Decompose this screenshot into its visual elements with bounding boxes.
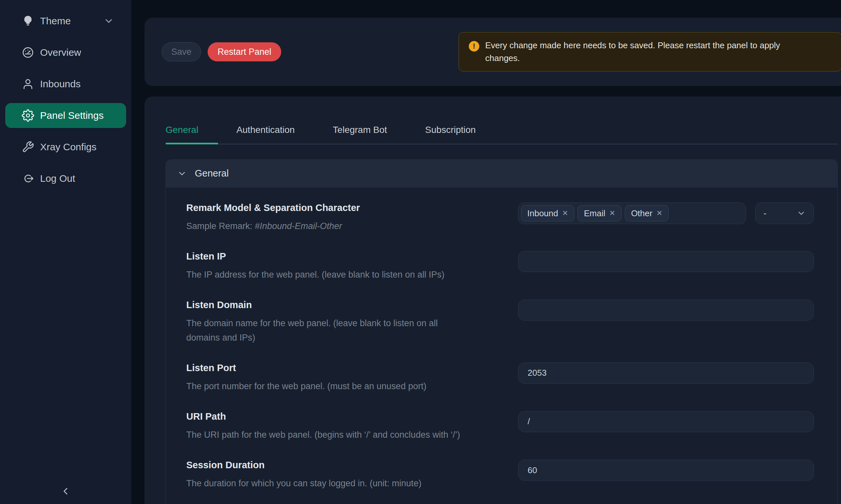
- gear-icon: [22, 109, 34, 122]
- tag-label: Email: [584, 209, 605, 218]
- toolbar-buttons: Save Restart Panel: [161, 42, 281, 61]
- tab-subscription[interactable]: Subscription: [425, 125, 476, 135]
- tag-chip-other: Other✕: [625, 205, 669, 221]
- field-info-uri-path: URI PathThe URI path for the web panel. …: [186, 411, 518, 442]
- field-label: Listen IP: [186, 251, 495, 262]
- uri-path-input[interactable]: [518, 411, 814, 432]
- field-row-session-duration: Session DurationThe duration for which y…: [186, 460, 814, 490]
- field-description: The domain name for the web panel. (leav…: [186, 316, 495, 344]
- sidebar-item-label: Theme: [40, 15, 71, 26]
- tab-general[interactable]: General: [166, 125, 199, 135]
- tab-authentication[interactable]: Authentication: [237, 125, 295, 135]
- general-section-body: Remark Model & Separation CharacterSampl…: [166, 187, 837, 504]
- dashboard-icon: [22, 46, 34, 59]
- section-title: General: [195, 168, 229, 179]
- settings-card: GeneralAuthenticationTelegram BotSubscri…: [144, 96, 841, 504]
- field-info-listen-ip: Listen IPThe IP address for the web pane…: [186, 251, 518, 282]
- sidebar-item-inbounds[interactable]: Inbounds: [0, 72, 132, 96]
- field-description: The IP address for the web panel. (leave…: [186, 268, 495, 282]
- user-icon: [22, 78, 34, 90]
- main-content: Save Restart Panel ! Every change made h…: [132, 0, 841, 504]
- separator-selected-value: -: [763, 209, 767, 218]
- active-tab-indicator: [166, 143, 218, 144]
- sidebar-item-panel-settings[interactable]: Panel Settings: [5, 103, 126, 128]
- chevron-down-icon: [178, 169, 186, 178]
- listen-ip-input[interactable]: [518, 251, 814, 272]
- tag-label: Other: [631, 209, 652, 218]
- chevron-down-icon: [104, 16, 114, 26]
- remark-model-multiselect[interactable]: Inbound✕Email✕Other✕: [518, 202, 746, 224]
- sidebar-item-theme[interactable]: Theme: [0, 8, 132, 34]
- tag-remove-icon[interactable]: ✕: [562, 210, 568, 217]
- chevron-left-icon: [60, 493, 71, 498]
- field-row-uri-path: URI PathThe URI path for the web panel. …: [186, 411, 814, 442]
- field-control-session-duration: [518, 460, 814, 490]
- logout-icon: [22, 172, 34, 185]
- field-description: The duration for which you can stay logg…: [186, 476, 495, 490]
- sidebar-item-xray-configs[interactable]: Xray Configs: [0, 134, 132, 160]
- field-description: The port number for the web panel. (must…: [186, 379, 495, 393]
- field-info-listen-port: Listen PortThe port number for the web p…: [186, 363, 518, 393]
- field-row-remark-model-separation-character: Remark Model & Separation CharacterSampl…: [186, 202, 814, 233]
- field-info-listen-domain: Listen DomainThe domain name for the web…: [186, 300, 518, 344]
- tab-telegram-bot[interactable]: Telegram Bot: [333, 125, 387, 135]
- warning-icon: !: [469, 41, 479, 52]
- field-description: The URI path for the web panel. (begins …: [186, 428, 495, 442]
- field-control-listen-port: [518, 363, 814, 393]
- field-control-listen-domain: [518, 300, 814, 344]
- listen-domain-input[interactable]: [518, 300, 814, 321]
- sidebar-collapse-button[interactable]: [58, 484, 73, 499]
- field-row-listen-ip: Listen IPThe IP address for the web pane…: [186, 251, 814, 282]
- sidebar-item-label: Panel Settings: [40, 110, 103, 121]
- wrench-icon: [22, 141, 34, 153]
- restart-warning-alert: ! Every change made here needs to be sav…: [459, 32, 841, 72]
- field-info-remark-model-separation-character: Remark Model & Separation CharacterSampl…: [186, 202, 518, 233]
- tag-remove-icon[interactable]: ✕: [656, 210, 662, 217]
- sidebar-item-log-out[interactable]: Log Out: [0, 166, 132, 191]
- tag-chip-inbound: Inbound✕: [521, 205, 574, 221]
- field-label: URI Path: [186, 411, 495, 422]
- tag-chip-email: Email✕: [578, 205, 621, 221]
- field-info-session-duration: Session DurationThe duration for which y…: [186, 460, 518, 490]
- sidebar-item-label: Inbounds: [40, 78, 81, 90]
- separator-select[interactable]: -: [755, 202, 814, 224]
- listen-port-input[interactable]: [518, 363, 814, 383]
- sidebar-item-label: Overview: [40, 47, 81, 58]
- field-label: Remark Model & Separation Character: [186, 202, 495, 213]
- alert-text: Every change made here needs to be saved…: [485, 39, 801, 65]
- tag-remove-icon[interactable]: ✕: [609, 210, 615, 217]
- save-button[interactable]: Save: [161, 42, 201, 61]
- field-control-remark-model-separation-character: Inbound✕Email✕Other✕-: [518, 202, 814, 233]
- sidebar-item-overview[interactable]: Overview: [0, 40, 132, 65]
- sidebar-item-label: Log Out: [40, 173, 75, 184]
- toolbar-card: Save Restart Panel ! Every change made h…: [144, 18, 841, 86]
- field-row-listen-domain: Listen DomainThe domain name for the web…: [186, 300, 814, 344]
- restart-panel-button[interactable]: Restart Panel: [208, 42, 281, 61]
- field-label: Session Duration: [186, 460, 495, 470]
- general-section-header[interactable]: General: [166, 160, 837, 187]
- field-description: Sample Remark: #Inbound-Email-Other: [186, 219, 495, 233]
- field-label: Listen Domain: [186, 300, 495, 310]
- session-duration-input[interactable]: [518, 460, 814, 481]
- field-row-listen-port: Listen PortThe port number for the web p…: [186, 363, 814, 393]
- chevron-down-icon: [797, 209, 806, 218]
- settings-tabs: GeneralAuthenticationTelegram BotSubscri…: [166, 116, 838, 144]
- sidebar-item-label: Xray Configs: [40, 141, 97, 152]
- field-control-uri-path: [518, 411, 814, 442]
- sidebar: ThemeOverviewInboundsPanel SettingsXray …: [0, 0, 132, 504]
- general-section: General Remark Model & Separation Charac…: [166, 160, 838, 504]
- field-label: Listen Port: [186, 363, 495, 373]
- lightbulb-icon: [22, 15, 34, 27]
- field-control-listen-ip: [518, 251, 814, 282]
- tag-label: Inbound: [527, 209, 558, 218]
